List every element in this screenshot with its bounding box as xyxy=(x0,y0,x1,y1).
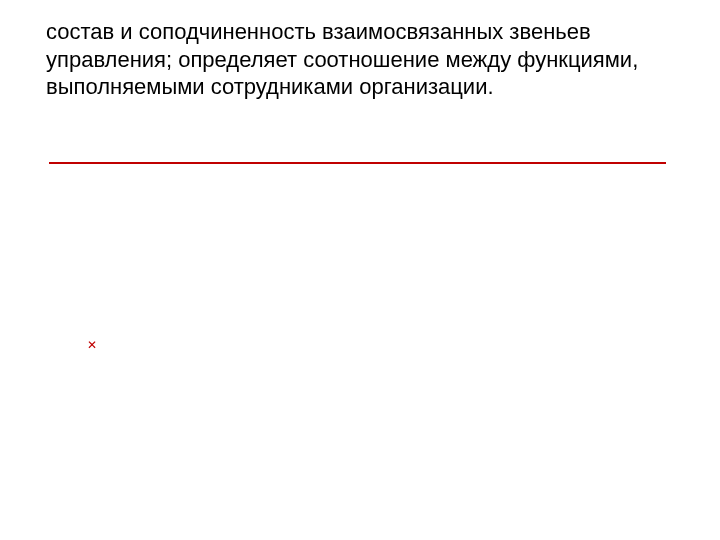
slide-container: состав и соподчиненность взаимосвязанных… xyxy=(0,0,720,540)
title-cutoff xyxy=(46,0,670,2)
bullet-icon: ✕ xyxy=(87,341,96,350)
body-paragraph: состав и соподчиненность взаимосвязанных… xyxy=(46,18,680,101)
accent-underline xyxy=(49,162,666,164)
